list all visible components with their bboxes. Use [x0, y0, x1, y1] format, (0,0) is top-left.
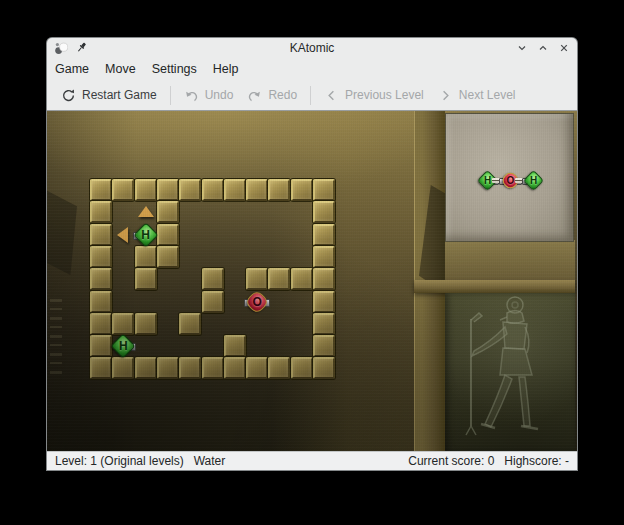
wall-tile [291, 179, 313, 201]
toolbar-button-label: Undo [205, 88, 234, 102]
wall-tile [135, 179, 157, 201]
molecule-preview-panel: HOH [445, 113, 574, 242]
wall-tile [157, 179, 179, 201]
menu-bar: GameMoveSettingsHelp [47, 57, 577, 80]
wall-tile [157, 357, 179, 379]
redo-icon [247, 88, 262, 103]
atom-symbol: H [112, 335, 134, 357]
katomic-window: KAtomic GameMoveSettingsHelp Restart Gam… [47, 38, 577, 470]
wall-tile [202, 268, 224, 290]
window-title: KAtomic [47, 41, 577, 55]
undo-icon [184, 88, 199, 103]
wall-tile [313, 335, 335, 357]
wall-tile [90, 291, 112, 313]
redo-button[interactable]: Redo [240, 85, 304, 106]
wall-tile [246, 179, 268, 201]
wall-tile [90, 246, 112, 268]
wall-tile [246, 268, 268, 290]
game-view: HOH HOH [47, 110, 577, 451]
atom-o[interactable]: O [246, 291, 268, 313]
titlebar-icons [54, 41, 88, 55]
atom-h[interactable]: H [135, 224, 157, 246]
status-bar: Level: 1 (Original levels) Water Current… [47, 451, 577, 470]
move-up-arrow[interactable] [138, 206, 154, 217]
window-controls [515, 41, 570, 54]
wall-tile [202, 179, 224, 201]
pin-icon[interactable] [75, 41, 88, 54]
wall-tile [135, 268, 157, 290]
restart-game-button[interactable]: Restart Game [54, 85, 164, 106]
molecule-name-label: Water [194, 454, 226, 468]
wall-tile [135, 313, 157, 335]
move-left-arrow[interactable] [117, 227, 128, 243]
wall-tile [179, 357, 201, 379]
wall-tile [268, 268, 290, 290]
wall-tile [224, 335, 246, 357]
toolbar-separator [170, 86, 171, 105]
atom-symbol: H [524, 171, 543, 190]
highscore-label: Highscore: - [504, 454, 569, 468]
toolbar-button-label: Previous Level [345, 88, 424, 102]
atom-h[interactable]: H [112, 335, 134, 357]
wall-tile [202, 291, 224, 313]
menu-move[interactable]: Move [97, 59, 144, 79]
stone-beam-decor [414, 280, 575, 293]
wall-tile [90, 201, 112, 223]
atom-symbol: H [135, 224, 157, 246]
minimize-button[interactable] [515, 41, 528, 54]
previous-level-button[interactable]: Previous Level [317, 85, 431, 106]
toolbar-button-label: Redo [268, 88, 297, 102]
score-area: Current score: 0 Highscore: - [408, 454, 569, 468]
wall-tile [157, 201, 179, 223]
chevron-left-icon [324, 88, 339, 103]
wall-tile [202, 357, 224, 379]
wall-tile [179, 179, 201, 201]
wall-tile [313, 179, 335, 201]
toolbar-button-label: Restart Game [82, 88, 157, 102]
restart-icon [61, 88, 76, 103]
wall-tile [313, 224, 335, 246]
menu-game[interactable]: Game [47, 59, 97, 79]
wall-tile [112, 313, 134, 335]
close-button[interactable] [557, 41, 570, 54]
toolbar-separator [310, 86, 311, 105]
toolbar: Restart GameUndoRedoPrevious LevelNext L… [47, 80, 577, 110]
wall-tile [291, 268, 313, 290]
wall-tile [313, 291, 335, 313]
chevron-right-icon [438, 88, 453, 103]
wall-tile [157, 224, 179, 246]
wall-tile [90, 179, 112, 201]
wall-tile [246, 357, 268, 379]
wall-tile [224, 179, 246, 201]
app-icon[interactable] [54, 41, 68, 55]
hieroglyph-marks [50, 299, 62, 379]
wall-tile [90, 357, 112, 379]
desktop-background: { "titlebar": { "title": "KAtomic", "con… [0, 0, 624, 525]
wall-tile [313, 246, 335, 268]
next-level-button[interactable]: Next Level [431, 85, 523, 106]
menu-help[interactable]: Help [205, 59, 247, 79]
current-score-label: Current score: 0 [408, 454, 494, 468]
wall-tile [291, 357, 313, 379]
wall-tile [112, 357, 134, 379]
wall-tile [135, 357, 157, 379]
wall-tile [179, 313, 201, 335]
wall-tile [90, 224, 112, 246]
undo-button[interactable]: Undo [177, 85, 241, 106]
wall-tile [268, 357, 290, 379]
wall-niche-decor [47, 189, 77, 275]
wall-tile [268, 179, 290, 201]
level-label: Level: 1 (Original levels) [55, 454, 184, 468]
wall-tile [90, 313, 112, 335]
stone-wall-decor [445, 240, 575, 282]
toolbar-button-label: Next Level [459, 88, 516, 102]
menu-settings[interactable]: Settings [144, 59, 205, 79]
wall-tile [313, 313, 335, 335]
wall-tile [313, 201, 335, 223]
preview-atom-h: H [524, 171, 543, 190]
wall-tile [112, 179, 134, 201]
maximize-button[interactable] [536, 41, 549, 54]
atom-symbol: O [246, 291, 268, 313]
title-bar[interactable]: KAtomic [47, 38, 577, 57]
wall-tile [313, 268, 335, 290]
